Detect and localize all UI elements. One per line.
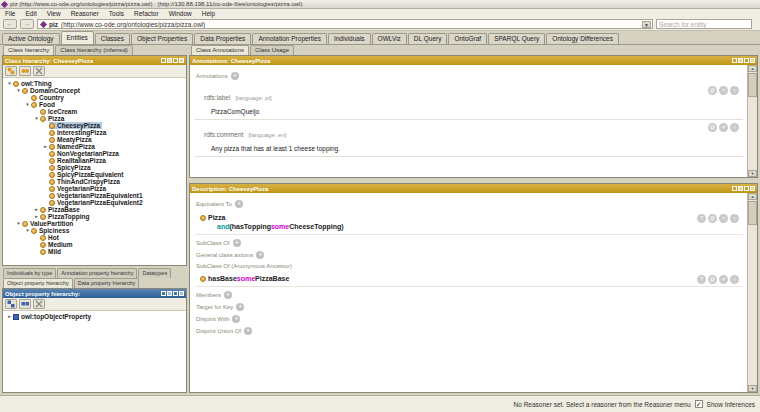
delete-button[interactable]: × <box>719 86 728 95</box>
scroll-down-icon[interactable]: ▼ <box>748 170 757 177</box>
add-members-button[interactable]: + <box>224 291 232 299</box>
delete-button[interactable]: × <box>719 214 728 223</box>
tree-item-valuepartition[interactable]: ▼ValuePartition <box>3 220 186 227</box>
add-sibling-class-button[interactable] <box>19 66 31 76</box>
tab-data-properties[interactable]: Data Properties <box>194 33 251 44</box>
tree-item-owl-thing[interactable]: ▼owl:Thing <box>3 80 186 87</box>
tree-item-hot[interactable]: Hot <box>3 234 186 241</box>
explain-button[interactable]: ? <box>697 214 706 223</box>
add-general-class-axioms-button[interactable]: + <box>256 251 264 259</box>
tab-class-hierarchy-inferred[interactable]: Class hierarchy (inferred) <box>55 45 132 55</box>
add-target-for-key-button[interactable]: + <box>236 303 244 311</box>
scroll-up-icon[interactable]: ▲ <box>748 193 757 200</box>
delete-class-button[interactable] <box>33 66 45 76</box>
menu-view[interactable]: View <box>47 10 61 17</box>
description-row[interactable]: Pizzaand (hasTopping some CheeseTopping)… <box>195 211 743 235</box>
tab-object-property-hierarchy[interactable]: Object property hierarchy <box>3 278 73 288</box>
scroll-thumb[interactable] <box>748 201 757 225</box>
tree-item-interestingpizza[interactable]: InterestingPizza <box>3 129 186 136</box>
tree-item-pizzatopping[interactable]: ►PizzaTopping <box>3 213 186 220</box>
add-subclass-button[interactable] <box>5 66 17 76</box>
annotate-button[interactable]: @ <box>708 275 717 284</box>
expander-icon[interactable]: ► <box>6 314 13 319</box>
add-annotation-button[interactable]: + <box>231 72 239 80</box>
scroll-thumb[interactable] <box>748 73 757 97</box>
menu-file[interactable]: File <box>5 10 15 17</box>
explain-button[interactable]: ? <box>697 275 706 284</box>
description-row[interactable]: hasBase some PizzaBase?@×○ <box>195 272 743 287</box>
tree-item-mild[interactable]: Mild <box>3 248 186 255</box>
maximize-icon[interactable] <box>173 58 178 63</box>
tab-individuals-by-type[interactable]: Individuals by type <box>3 268 56 278</box>
tree-item-domainconcept[interactable]: ▼DomainConcept <box>3 87 186 94</box>
tab-dl-query[interactable]: DL Query <box>408 33 448 44</box>
ontology-selector[interactable]: piz (http://www.co-ode.org/ontologies/pi… <box>37 19 653 29</box>
maximize-icon[interactable] <box>744 186 749 191</box>
tab-class-usage[interactable]: Class Usage <box>250 45 294 55</box>
tab-data-property-hierarchy[interactable]: Data property hierarchy <box>74 278 139 288</box>
edit-button[interactable]: ○ <box>730 86 739 95</box>
tree-item-thinandcrispypizza[interactable]: ThinAndCrispyPizza <box>3 178 186 185</box>
tab-annotation-property-hierarchy[interactable]: Annotation property hierarchy <box>57 268 137 278</box>
edit-button[interactable]: ○ <box>730 214 739 223</box>
tree-item-owl-topobjectproperty[interactable]: ►owl:topObjectProperty <box>3 313 186 320</box>
menu-help[interactable]: Help <box>202 10 215 17</box>
menu-reasoner[interactable]: Reasoner <box>71 10 99 17</box>
split-icon[interactable] <box>167 291 172 296</box>
close-icon[interactable] <box>750 58 755 63</box>
expander-icon[interactable]: ▼ <box>24 102 31 107</box>
menu-window[interactable]: Window <box>169 10 192 17</box>
tree-item-namedpizza[interactable]: ►NamedPizza <box>3 143 186 150</box>
split-icon[interactable] <box>738 186 743 191</box>
add-disjoint-with-button[interactable]: + <box>232 315 240 323</box>
search-input[interactable] <box>656 19 752 29</box>
close-icon[interactable] <box>750 186 755 191</box>
delete-button[interactable]: × <box>719 275 728 284</box>
maximize-icon[interactable] <box>744 58 749 63</box>
split-icon[interactable] <box>167 58 172 63</box>
delete-button[interactable]: × <box>719 123 728 132</box>
annotate-button[interactable]: @ <box>708 86 717 95</box>
add-subproperty-button[interactable] <box>5 299 17 309</box>
tree-item-spicypizzaequivalent[interactable]: SpicyPizzaEquivalent <box>3 171 186 178</box>
tree-item-spicypizza[interactable]: SpicyPizza <box>3 164 186 171</box>
add-disjoint-union-of-button[interactable]: + <box>244 327 252 335</box>
tab-classes[interactable]: Classes <box>95 33 130 44</box>
add-sibling-property-button[interactable] <box>19 299 31 309</box>
tab-entities[interactable]: Entities <box>61 31 94 44</box>
tab-datatypes[interactable]: Datatypes <box>138 268 171 278</box>
tree-item-pizzabase[interactable]: ►PizzaBase <box>3 206 186 213</box>
tab-individuals[interactable]: Individuals <box>328 33 371 44</box>
tree-item-icecream[interactable]: IceCream <box>3 108 186 115</box>
tab-class-annotations[interactable]: Class Annotations <box>191 45 249 55</box>
tree-item-country[interactable]: Country <box>3 94 186 101</box>
tree-item-pizza[interactable]: ▼Pizza <box>3 115 186 122</box>
forward-button[interactable]: → <box>20 19 34 29</box>
tree-item-realitalianpizza[interactable]: RealItalianPizza <box>3 157 186 164</box>
float-icon[interactable] <box>161 291 166 296</box>
expander-icon[interactable]: ▼ <box>15 88 22 93</box>
tab-class-hierarchy[interactable]: Class hierarchy <box>3 45 54 55</box>
tree-item-vegetarianpizzaequivalent2[interactable]: VegetarianPizzaEquivalent2 <box>3 199 186 206</box>
tree-item-food[interactable]: ▼Food <box>3 101 186 108</box>
tab-sparql-query[interactable]: SPARQL Query <box>488 33 545 44</box>
float-icon[interactable] <box>161 58 166 63</box>
tab-annotation-properties[interactable]: Annotation Properties <box>252 33 327 44</box>
annotate-button[interactable]: @ <box>708 123 717 132</box>
expander-icon[interactable]: ▼ <box>6 81 13 86</box>
chevron-down-icon[interactable]: ▼ <box>642 21 651 28</box>
tab-ontology-differences[interactable]: Ontology Differences <box>546 33 619 44</box>
split-icon[interactable] <box>738 58 743 63</box>
menu-refactor[interactable]: Refactor <box>134 10 159 17</box>
close-icon[interactable] <box>179 291 184 296</box>
delete-property-button[interactable] <box>33 299 45 309</box>
tree-item-medium[interactable]: Medium <box>3 241 186 248</box>
annotation-property[interactable]: rdfs:label <box>204 94 230 101</box>
expander-icon[interactable]: ► <box>33 207 40 212</box>
tree-item-vegetarianpizza[interactable]: VegetarianPizza <box>3 185 186 192</box>
tree-item-cheeseypizza[interactable]: CheeseyPizza <box>3 122 186 129</box>
expander-icon[interactable]: ► <box>42 144 49 149</box>
description-scrollbar[interactable]: ▲ ▼ <box>747 193 757 392</box>
tab-ontograf[interactable]: OntoGraf <box>448 33 487 44</box>
annotations-scrollbar[interactable]: ▲ ▼ <box>747 65 757 177</box>
